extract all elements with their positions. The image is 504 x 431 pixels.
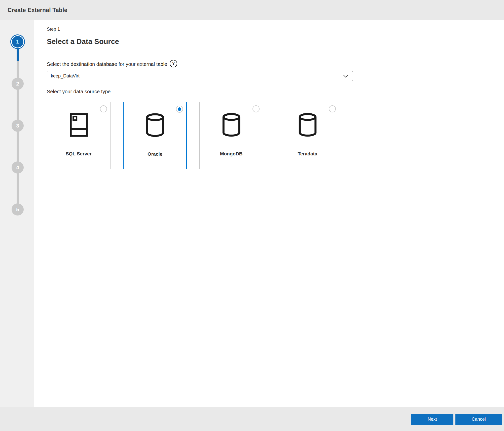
data-source-card-sql-server[interactable]: SQL Server — [47, 102, 111, 169]
step-indicator-3[interactable]: 3 — [12, 120, 24, 132]
destination-database-value: keep_DataVirt — [51, 73, 343, 79]
radio-button-icon[interactable] — [329, 105, 336, 112]
step-indicator-4[interactable]: 4 — [12, 161, 24, 174]
chevron-down-icon — [343, 75, 348, 78]
data-source-name: Oracle — [124, 151, 186, 157]
wizard-page: Step 1 Select a Data Source Select the d… — [34, 20, 504, 407]
next-button[interactable]: Next — [411, 414, 453, 425]
dialog-title: Create External Table — [8, 7, 67, 14]
step-indicator-1[interactable]: 1 — [10, 34, 25, 49]
data-source-name: Teradata — [276, 151, 339, 157]
step-indicator-2[interactable]: 2 — [12, 78, 24, 90]
radio-button-icon[interactable] — [253, 105, 260, 112]
radio-button-icon[interactable] — [176, 106, 183, 113]
dialog-header: Create External Table — [0, 0, 504, 20]
data-source-name: SQL Server — [47, 151, 110, 157]
database-icon — [146, 113, 165, 137]
page-title: Select a Data Source — [47, 37, 504, 46]
dialog-footer: Next Cancel — [0, 407, 504, 431]
sql-server-icon — [69, 113, 88, 137]
data-source-card-mongodb[interactable]: MongoDB — [199, 102, 263, 169]
database-icon — [222, 113, 241, 137]
radio-button-icon[interactable] — [100, 105, 107, 112]
data-source-card-teradata[interactable]: Teradata — [276, 102, 339, 169]
destination-database-dropdown[interactable]: keep_DataVirt — [47, 71, 353, 81]
data-source-cards: SQL Server Oracle MongoDB — [47, 102, 504, 169]
cancel-button[interactable]: Cancel — [455, 414, 502, 425]
step-label: Step 1 — [47, 27, 504, 32]
source-type-label: Select your data source type — [47, 89, 504, 95]
wizard-steps-sidebar: 12345 — [0, 20, 34, 407]
step-indicator-5[interactable]: 5 — [12, 203, 24, 216]
help-icon[interactable]: ? — [170, 60, 177, 67]
data-source-card-oracle[interactable]: Oracle — [123, 102, 187, 169]
step-progress-segment — [17, 49, 19, 61]
create-external-table-dialog: Create External Table 12345 Step 1 Selec… — [0, 0, 504, 431]
data-source-name: MongoDB — [200, 151, 263, 157]
destination-database-label: Select the destination database for your… — [47, 61, 504, 67]
database-icon — [298, 113, 317, 137]
